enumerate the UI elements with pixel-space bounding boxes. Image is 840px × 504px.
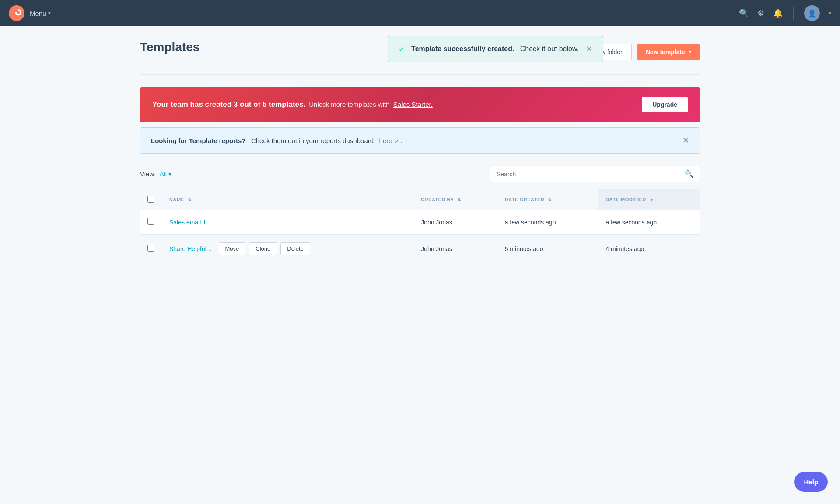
avatar-chevron-icon[interactable]: ▾ — [829, 10, 831, 16]
new-template-button[interactable]: New template ▾ — [637, 44, 700, 60]
avatar-icon: 👤 — [808, 9, 816, 18]
row1-checkbox[interactable] — [147, 218, 154, 225]
nav-right: 🔍 ⚙ 🔔 👤 ▾ — [739, 5, 831, 21]
external-link-icon: ↗ — [394, 138, 399, 144]
toast-check-icon: ✓ — [399, 45, 404, 53]
row1-checkbox-cell — [140, 210, 162, 234]
toast-bold-text: Template successfully created. — [411, 45, 514, 52]
nav-left: Menu ▾ — [9, 5, 51, 21]
new-template-label: New template — [646, 49, 685, 56]
info-banner-text: Looking for Template reports? Check them… — [151, 137, 677, 144]
upgrade-banner-bold: Your team has created 3 out of 5 templat… — [152, 100, 305, 108]
info-banner-bold: Looking for Template reports? — [151, 137, 245, 144]
th-created-by-label: CREATED BY — [421, 197, 454, 202]
row2-date-modified-cell: 4 minutes ago — [598, 234, 700, 263]
page-title: Templates — [140, 40, 200, 54]
row2-name-with-actions: Share Helpful... Move Clone Delete — [169, 242, 407, 255]
row1-name-link[interactable]: Sales email 1 — [169, 219, 206, 226]
view-value: All — [159, 170, 167, 178]
table-body: Sales email 1 John Jonas a few seconds a… — [140, 210, 700, 263]
upgrade-banner: Your team has created 3 out of 5 templat… — [140, 87, 700, 122]
main-content: Templates ✓ Template successfully create… — [114, 26, 726, 277]
row1-date-modified-cell: a few seconds ago — [598, 210, 700, 234]
th-date-modified[interactable]: DATE MODIFIED ▼ — [598, 189, 700, 210]
row2-name-link[interactable]: Share Helpful... — [169, 245, 212, 252]
toast-close-button[interactable]: ✕ — [586, 44, 592, 54]
row2-checkbox-cell — [140, 234, 162, 263]
th-date-modified-sort-icon: ▼ — [649, 197, 654, 202]
menu-chevron-icon: ▾ — [48, 10, 51, 16]
row1-date-created-cell: a few seconds ago — [498, 210, 599, 234]
menu-label: Menu — [30, 10, 46, 17]
upgrade-banner-sub: Unlock more templates with Sales Starter… — [307, 101, 433, 108]
th-created-by-sort-icon: ⇅ — [457, 197, 461, 202]
search-icon[interactable]: 🔍 — [685, 170, 693, 178]
nav-divider — [793, 7, 794, 20]
table-row: Share Helpful... Move Clone Delete John … — [140, 234, 700, 263]
settings-icon[interactable]: ⚙ — [757, 8, 764, 18]
templates-table: NAME ⇅ CREATED BY ⇅ DATE CREATED ⇅ DATE … — [140, 189, 700, 263]
view-label: View: — [140, 170, 156, 178]
th-name-label: NAME — [169, 197, 184, 202]
here-link-text: here — [379, 137, 392, 144]
search-input[interactable] — [497, 171, 685, 178]
row2-created-by-cell: John Jonas — [414, 234, 498, 263]
move-button[interactable]: Move — [219, 242, 246, 255]
table-header: NAME ⇅ CREATED BY ⇅ DATE CREATED ⇅ DATE … — [140, 189, 700, 210]
info-banner-sub: Check them out in your reports dashboard — [251, 137, 374, 144]
row2-date-created-cell: 5 minutes ago — [498, 234, 599, 263]
th-date-created[interactable]: DATE CREATED ⇅ — [498, 189, 599, 210]
here-link[interactable]: here ↗ — [379, 137, 400, 144]
th-date-modified-label: DATE MODIFIED — [606, 197, 646, 202]
info-banner-close-button[interactable]: ✕ — [682, 136, 689, 145]
page-header: Templates ✓ Template successfully create… — [140, 40, 700, 60]
filters-row: View: All ▾ 🔍 — [140, 166, 700, 182]
view-chevron-icon: ▾ — [168, 170, 172, 178]
view-filter: View: All ▾ — [140, 170, 172, 178]
search-icon[interactable]: 🔍 — [739, 8, 749, 18]
select-all-checkbox[interactable] — [147, 196, 154, 203]
th-date-created-label: DATE CREATED — [505, 197, 545, 202]
th-date-created-sort-icon: ⇅ — [548, 197, 552, 202]
notifications-icon[interactable]: 🔔 — [773, 8, 783, 18]
delete-button[interactable]: Delete — [280, 242, 310, 255]
th-name-sort-icon: ⇅ — [188, 197, 192, 202]
row2-checkbox[interactable] — [147, 245, 154, 252]
row2-name-cell: Share Helpful... Move Clone Delete — [162, 234, 414, 263]
sales-starter-link[interactable]: Sales Starter. — [393, 101, 433, 108]
info-banner: Looking for Template reports? Check them… — [140, 127, 700, 154]
menu-button[interactable]: Menu ▾ — [30, 10, 51, 17]
th-name[interactable]: NAME ⇅ — [162, 189, 414, 210]
hubspot-logo-icon — [9, 5, 24, 21]
th-checkbox[interactable] — [140, 189, 162, 210]
row1-name-cell: Sales email 1 — [162, 210, 414, 234]
upgrade-button[interactable]: Upgrade — [642, 97, 688, 112]
th-created-by[interactable]: CREATED BY ⇅ — [414, 189, 498, 210]
table-row: Sales email 1 John Jonas a few seconds a… — [140, 210, 700, 234]
view-select-button[interactable]: All ▾ — [159, 170, 172, 178]
search-box: 🔍 — [490, 166, 700, 182]
toast-message: Template successfully created. Check it … — [411, 45, 579, 53]
row2-actions: Move Clone Delete — [219, 242, 310, 255]
toast-normal-text: Check it out below. — [520, 45, 579, 52]
new-template-chevron-icon: ▾ — [689, 49, 691, 55]
success-toast: ✓ Template successfully created. Check i… — [388, 36, 603, 62]
row1-created-by-cell: John Jonas — [414, 210, 498, 234]
templates-table-container: NAME ⇅ CREATED BY ⇅ DATE CREATED ⇅ DATE … — [140, 189, 700, 263]
avatar-button[interactable]: 👤 — [804, 5, 820, 21]
clone-button[interactable]: Clone — [249, 242, 277, 255]
header-divider — [140, 74, 700, 75]
upgrade-sub-text: Unlock more templates with — [309, 101, 389, 108]
top-navigation: Menu ▾ 🔍 ⚙ 🔔 👤 ▾ — [0, 0, 840, 26]
upgrade-banner-content: Your team has created 3 out of 5 templat… — [152, 100, 633, 109]
